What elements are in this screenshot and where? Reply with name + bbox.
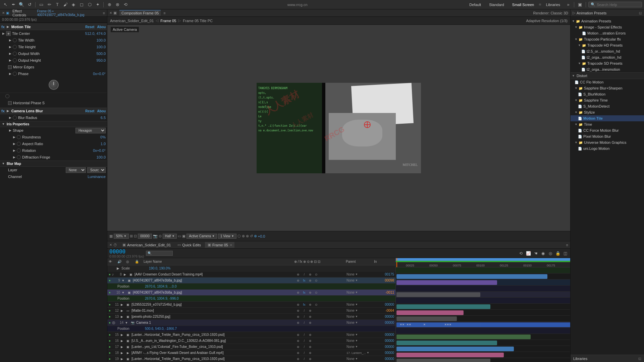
tl-search[interactable] bbox=[146, 251, 173, 256]
sw-11-4[interactable]: ⊙ bbox=[314, 302, 319, 307]
mt-reset[interactable]: Reset bbox=[85, 25, 94, 29]
mt-triangle[interactable]: ▶ bbox=[6, 25, 10, 29]
tool-eraser[interactable]: ◻ bbox=[78, 1, 85, 8]
more-workspaces-icon[interactable]: » bbox=[565, 1, 572, 8]
ph-expand[interactable]: ▶ bbox=[8, 72, 12, 76]
phase-knob[interactable] bbox=[49, 80, 59, 90]
oh-expand[interactable]: ▶ bbox=[8, 58, 12, 62]
sw-11-fx[interactable]: fx bbox=[302, 302, 307, 307]
tool-puppet[interactable]: ✦ bbox=[94, 1, 101, 8]
cb-triangle[interactable]: ▶ bbox=[6, 109, 10, 113]
name-16[interactable]: [U.S._A...eum_in_Washington_D.C._130922-… bbox=[131, 339, 295, 343]
tree-universe[interactable]: ▼ 📁 Universe Motion Graphics bbox=[571, 139, 644, 145]
vis-17[interactable]: ● bbox=[109, 345, 111, 349]
sw-15-3[interactable]: ⊗ bbox=[308, 332, 313, 338]
tl-tab3-menu[interactable]: ≡ bbox=[230, 243, 232, 247]
panel-close-btn[interactable]: ✕ bbox=[2, 11, 5, 15]
tree-ccforce[interactable]: 📄 CC Force Motion Blur bbox=[571, 127, 644, 133]
df-expand[interactable]: ▶ bbox=[12, 155, 16, 159]
sw-13-2[interactable]: / bbox=[302, 314, 307, 319]
name-15[interactable]: [Lanter...Horizontal_Treble_Ram_Pump_cir… bbox=[131, 333, 295, 337]
sw-14-1[interactable]: ⊕ bbox=[296, 320, 301, 325]
tree-stylize[interactable]: ▼ 📁 Stylize bbox=[571, 109, 644, 115]
tl-render-icon[interactable]: ◫ bbox=[562, 250, 568, 256]
name-18[interactable]: [ARMY -...s Flying Over Kuwaiti Desert a… bbox=[131, 351, 295, 355]
output-height-value[interactable]: 950.0 bbox=[96, 58, 106, 62]
sw-10-1[interactable]: ⊕ bbox=[296, 290, 301, 295]
tl-camera2-icon[interactable]: ◉ bbox=[540, 250, 546, 256]
expand-12[interactable]: ▶ bbox=[119, 308, 124, 313]
tool-stamp[interactable]: ◈ bbox=[70, 1, 77, 8]
tree-t25[interactable]: 📄 t2.5_or...smotion_hd bbox=[571, 48, 644, 54]
tree-motion-tile[interactable]: 📄 Motion Tile bbox=[571, 115, 644, 121]
ow-expand[interactable]: ▶ bbox=[8, 52, 12, 56]
motion-icon[interactable]: ⊙ bbox=[159, 234, 162, 238]
sh-expand[interactable]: ▶ bbox=[8, 128, 12, 132]
roundness-value[interactable]: 0% bbox=[100, 135, 106, 139]
tl-tab-2[interactable]: ▭ Quick Edits bbox=[175, 242, 204, 248]
tl-hand-icon[interactable]: ☚ bbox=[533, 250, 539, 256]
blur-radius-value[interactable]: 6.5 bbox=[101, 116, 106, 120]
tree-sblurmotion[interactable]: 📄 S_BlurMotion bbox=[571, 91, 644, 97]
expand-18[interactable]: ▶ bbox=[119, 351, 124, 355]
vis-10[interactable]: ● bbox=[109, 291, 111, 294]
tree-pixelblur[interactable]: 📄 Pixel Motion Blur bbox=[571, 133, 644, 139]
clip-18[interactable] bbox=[396, 353, 504, 357]
scale-expand[interactable]: ▶ bbox=[117, 266, 121, 270]
clip-16[interactable] bbox=[396, 341, 497, 345]
tree-saphblur[interactable]: ▼ 📁 Sapphire Blur+Sharpen bbox=[571, 85, 644, 91]
tree-t2org[interactable]: 📄 t2_orga...smotion_hd bbox=[571, 54, 644, 60]
sw-8-4[interactable]: ⊙ bbox=[314, 272, 319, 277]
tree-t2ines[interactable]: 📄 t2_orga...inesmotion bbox=[571, 66, 644, 72]
sw-9-fx[interactable]: fx bbox=[302, 278, 307, 283]
sw-13-3[interactable]: ⊗ bbox=[308, 314, 313, 319]
motion-tile-heading[interactable]: fx ▶ Motion Tile Reset Abou bbox=[0, 23, 107, 30]
name-10[interactable]: [4007419077_af847e3b8a_b.jpg] bbox=[133, 291, 295, 294]
blur-map-heading[interactable]: ▼ Blur Map bbox=[0, 161, 107, 167]
tl-timecode[interactable]: 00000 bbox=[109, 248, 144, 255]
vis-18[interactable]: ● bbox=[109, 351, 111, 355]
tree-tc-hd[interactable]: ▼ 📁 Trapcode HD Presets bbox=[571, 42, 644, 48]
clip-10[interactable] bbox=[396, 292, 480, 297]
clip-9[interactable] bbox=[396, 280, 497, 285]
lib-expand-icon[interactable]: ◱ bbox=[638, 357, 641, 360]
mt-about[interactable]: Abou bbox=[97, 25, 106, 29]
name-9[interactable]: [4007419077_af847e3b8a_b.jpg] bbox=[133, 279, 295, 282]
tree-distort[interactable]: ▼ Distort bbox=[571, 72, 644, 79]
breadcrumb-3[interactable]: Frame 05 Title PC bbox=[183, 19, 213, 23]
sw-18-1[interactable]: ⊕ bbox=[296, 350, 301, 356]
name-14[interactable]: Camera 1 bbox=[136, 321, 295, 324]
rn-expand[interactable]: ▶ bbox=[12, 135, 16, 139]
timecode-btn[interactable]: 00000 bbox=[138, 234, 152, 239]
sw-12-3[interactable]: ⊗ bbox=[308, 308, 313, 313]
sw-8-1[interactable]: ⊕ bbox=[296, 272, 301, 277]
rotation-value[interactable]: 0x+0.0° bbox=[93, 148, 106, 153]
tile-height-value[interactable]: 100.0 bbox=[96, 45, 106, 49]
3d-icon3[interactable]: ⊗ bbox=[246, 234, 249, 238]
sw-12-2[interactable]: / bbox=[302, 308, 307, 313]
camera-view-btn[interactable]: Active Camera ▼ bbox=[186, 234, 217, 239]
sw-19-3[interactable]: ⊗ bbox=[308, 356, 313, 362]
ar-expand[interactable]: ▶ bbox=[12, 142, 16, 146]
tree-time[interactable]: ▼ 📁 Time bbox=[571, 121, 644, 127]
tl-tab-1[interactable]: ▣ American_Soldier_Edit_01 bbox=[120, 242, 173, 248]
offset-icon[interactable]: ⊕ bbox=[254, 234, 257, 238]
br-expand[interactable]: ▶ bbox=[8, 116, 12, 120]
tl-lock-icon[interactable]: 🔒 bbox=[555, 250, 561, 256]
aspect-value[interactable]: 1.0 bbox=[101, 142, 106, 146]
tree-image-sfx[interactable]: ▼ 📁 Image - Special Effects bbox=[571, 24, 644, 30]
workspace-libraries[interactable]: Libraries bbox=[543, 2, 564, 7]
tool-rotate[interactable]: ↺ bbox=[26, 1, 33, 8]
sw-10-4[interactable]: ⊙ bbox=[314, 290, 319, 295]
clip-11[interactable] bbox=[396, 304, 490, 309]
expand-11[interactable]: ▶ bbox=[119, 302, 124, 307]
tree-tc-sd[interactable]: ▼ 📁 Trapcode SD Presets bbox=[571, 60, 644, 66]
tl-move-icon[interactable]: ⟲ bbox=[518, 250, 524, 256]
phase-value[interactable]: 0x+0.0° bbox=[93, 72, 106, 76]
collapse-10[interactable]: ▼ bbox=[121, 290, 125, 295]
sw-15-2[interactable]: / bbox=[302, 332, 307, 338]
vis-12[interactable]: ● bbox=[109, 309, 111, 312]
sw-10-3[interactable]: ⊗ bbox=[308, 290, 313, 295]
sw-16-2[interactable]: / bbox=[302, 338, 307, 344]
parent-10-arrow[interactable]: ▼ bbox=[355, 291, 358, 294]
